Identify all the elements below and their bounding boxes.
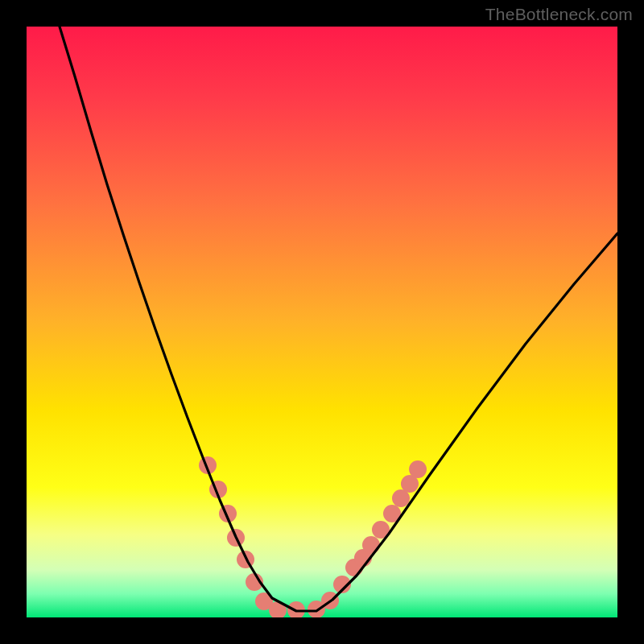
data-marker [409, 460, 427, 478]
data-marker [362, 536, 380, 554]
chart-svg [27, 27, 617, 617]
plot-area [27, 27, 617, 617]
outer-frame: TheBottleneck.com [0, 0, 644, 644]
bottleneck-curve [60, 27, 617, 611]
watermark-text: TheBottleneck.com [485, 5, 633, 24]
data-marker [287, 601, 305, 617]
data-markers [199, 456, 427, 617]
